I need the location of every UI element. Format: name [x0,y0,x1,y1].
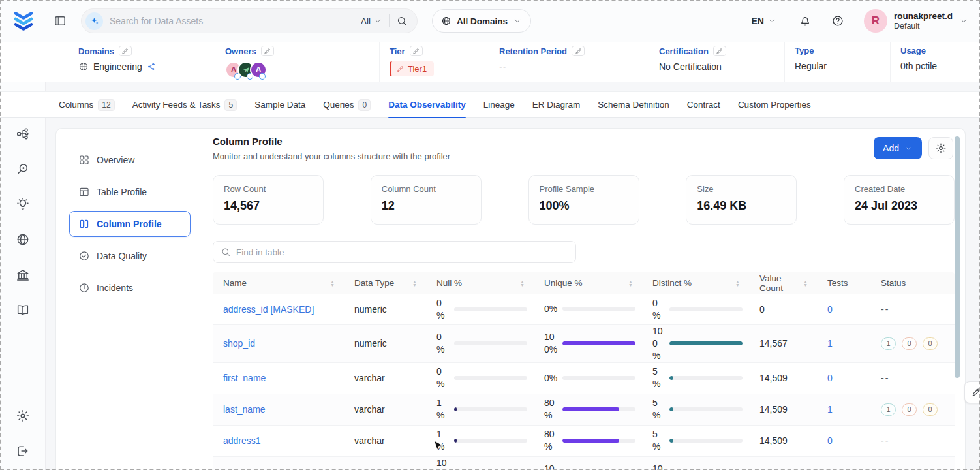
column-name-link[interactable]: first_name [223,373,266,383]
profiler-nav-data-quality[interactable]: Data Quality [69,243,191,269]
user-menu[interactable]: R rounakpreet.d Default [864,9,968,33]
column-header-unique[interactable]: Unique %▲▼ [534,272,642,294]
tier-badge[interactable]: Tier1 [390,61,434,76]
nav-item-label: Column Profile [97,219,162,229]
rail-item-logout[interactable] [12,440,34,462]
sidebar-toggle-icon[interactable] [54,14,67,27]
status-aborted-badge[interactable]: 0 [923,403,938,416]
edit-certification-button[interactable] [713,46,726,56]
summary-card-label: Profile Sample [540,184,628,194]
status-aborted-badge[interactable]: 0 [923,337,938,350]
profiler-nav-table-profile[interactable]: Table Profile [69,179,191,205]
pct-bar-fill [669,341,743,345]
profiler-nav-overview[interactable]: Overview [69,147,191,173]
tab-columns[interactable]: Columns12 [59,92,115,118]
cell-null-pct: 0% [426,331,534,356]
status-success-badge[interactable]: 1 [881,337,896,350]
search-scope-dropdown[interactable]: All [361,16,382,26]
find-in-table-input[interactable] [236,247,568,257]
status-success-badge[interactable]: 1 [881,403,896,416]
cell-value-count: 14,509 [749,435,817,446]
rail-item-settings[interactable] [12,405,34,427]
profiler-settings-button[interactable] [928,137,953,159]
tab-contract[interactable]: Contract [687,92,720,118]
rail-item-observability[interactable] [12,158,34,180]
usage-value: 0th pctile [900,61,980,71]
help-icon[interactable] [831,14,844,27]
rail-item-lineage[interactable] [12,123,34,145]
rail-item-insights[interactable] [12,193,34,215]
column-header-data-type[interactable]: Data Type▲▼ [344,272,426,294]
rail-item-govern[interactable] [12,264,34,286]
sort-icon[interactable]: ▲▼ [803,280,808,287]
profiler-nav-incidents[interactable]: Incidents [69,275,191,301]
column-header-name[interactable]: Name▲▼ [213,272,344,294]
search-icon[interactable] [396,15,408,27]
add-button[interactable]: Add [874,137,922,159]
tab-activity-feeds-tasks[interactable]: Activity Feeds & Tasks5 [132,92,237,118]
cell-null-pct: 1% [426,397,534,422]
domain-selector[interactable]: All Domains [432,9,531,33]
certification-value: No Certification [659,61,784,72]
column-header-value-count[interactable]: Value Count▲▼ [749,272,817,294]
pencil-icon [575,48,582,55]
column-header-label: Null % [436,278,462,288]
global-search-bar[interactable]: All [81,8,418,33]
tab-label: Sample Data [254,100,305,110]
status-failed-badge[interactable]: 0 [902,337,917,350]
tab-er-diagram[interactable]: ER Diagram [532,92,581,118]
status-failed-badge[interactable]: 0 [902,403,917,416]
whats-new-widget-button[interactable] [964,381,980,403]
tab-queries[interactable]: Queries0 [323,92,371,118]
tab-custom-properties[interactable]: Custom Properties [738,92,811,118]
domain-value[interactable]: Engineering [93,61,142,72]
chevron-down-icon [373,16,382,25]
edit-retention-button[interactable] [572,46,585,56]
global-search-input[interactable] [110,16,354,26]
tier-value: Tier1 [408,64,427,74]
sort-icon[interactable]: ▲▼ [628,280,633,287]
tab-count-badge: 5 [224,99,237,111]
tests-link[interactable]: 0 [827,304,833,315]
notifications-bell-icon[interactable] [799,14,812,27]
language-selector[interactable]: EN [752,16,776,26]
column-name-link[interactable]: address1 [223,435,261,446]
tab-lineage[interactable]: Lineage [483,92,515,118]
tab-schema-definition[interactable]: Schema Definition [598,92,669,118]
table-search[interactable] [213,241,576,263]
column-name-link[interactable]: address_id [MASKED] [223,304,314,315]
cell-unique-pct: 80% [534,428,642,453]
edit-tier-button[interactable] [410,46,423,56]
column-name-link[interactable]: last_name [223,404,266,415]
tab-data-observability[interactable]: Data Observability [388,92,466,118]
nav-item-label: Incidents [97,283,133,293]
logout-icon [16,444,30,458]
cell-null-pct: 0% [426,366,534,390]
tests-link[interactable]: 0 [827,373,833,383]
type-label: Type [795,46,814,55]
edit-domains-button[interactable] [119,46,132,56]
tests-link[interactable]: 0 [827,435,833,446]
rail-item-glossary[interactable] [12,299,34,321]
tests-link[interactable]: 1 [827,338,833,349]
cell-distinct-pct: 5% [642,428,749,453]
profiler-nav-column-profile[interactable]: Column Profile [69,211,191,237]
tests-link[interactable]: 1 [827,404,833,415]
lineage-icon [16,127,30,141]
pct-value: 100% [544,331,558,356]
rail-item-domains[interactable] [12,228,34,251]
scrollbar-thumb[interactable] [955,136,960,378]
column-name-link[interactable]: shop_id [223,338,255,349]
sort-icon[interactable]: ▲▼ [412,280,417,287]
column-header-distinct[interactable]: Distinct %▲▼ [642,272,749,294]
tab-sample-data[interactable]: Sample Data [254,92,305,118]
app-logo-icon[interactable] [10,8,37,34]
sort-icon[interactable]: ▲▼ [735,280,740,287]
column-header-null[interactable]: Null %▲▼ [426,272,534,294]
cell-name: first_name [213,373,344,383]
sort-icon[interactable]: ▲▼ [520,280,525,287]
sort-icon[interactable]: ▲▼ [330,280,335,287]
owner-avatar[interactable]: A [250,61,267,78]
summary-card-size: Size16.49 KB [686,175,797,225]
edit-owners-button[interactable] [261,46,274,56]
